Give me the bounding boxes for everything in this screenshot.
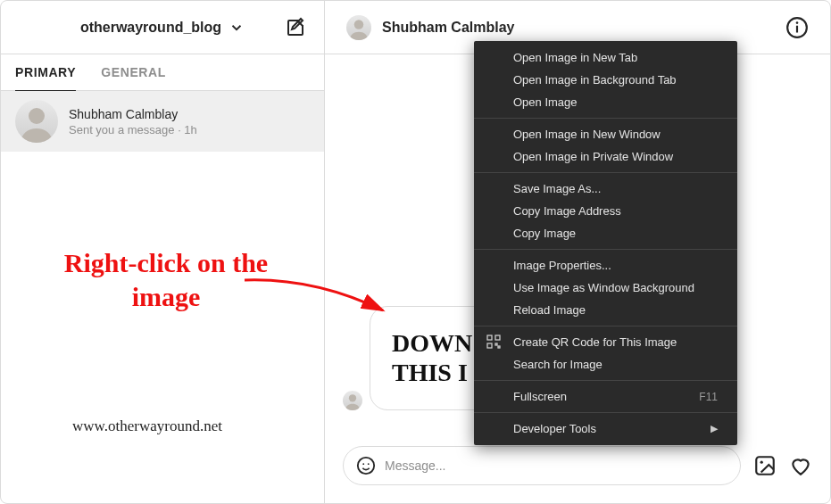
ctx-fullscreen[interactable]: FullscreenF11 [474,385,737,408]
message-row: DOWN THIS I [343,306,494,410]
avatar[interactable] [346,15,371,40]
heart-icon[interactable] [789,454,812,477]
svg-rect-15 [498,346,500,348]
ctx-save-image-as[interactable]: Save Image As... [474,178,737,200]
ctx-reload-image[interactable]: Reload Image [474,299,737,321]
qr-icon [486,335,501,349]
separator [474,118,737,119]
info-icon[interactable] [785,16,809,39]
conversation-contact-name[interactable]: Shubham Calmblay [382,20,514,36]
image-text-line2: THIS I [392,358,472,388]
avatar [343,391,362,410]
message-input-wrap[interactable] [343,446,741,485]
emoji-icon[interactable] [356,456,376,475]
ctx-image-properties[interactable]: Image Properties... [474,254,737,277]
shortcut-label: F11 [699,391,718,403]
separator [474,172,737,173]
ctx-developer-tools[interactable]: Developer Tools▶ [474,417,737,440]
svg-rect-14 [495,343,497,345]
ctx-search-image[interactable]: Search for Image [474,353,737,376]
separator [474,412,737,413]
svg-point-6 [358,458,374,474]
avatar [15,100,58,143]
ctx-create-qr[interactable]: Create QR Code for This Image [474,331,737,353]
svg-point-10 [760,461,763,464]
image-icon[interactable] [753,454,777,477]
svg-point-1 [354,20,364,29]
svg-rect-11 [487,335,492,340]
svg-point-8 [368,463,370,465]
account-switcher[interactable]: otherwayround_blog [80,20,245,36]
image-text-line1: DOWN [392,328,472,359]
ctx-open-bg-tab[interactable]: Open Image in Background Tab [474,69,737,91]
separator [474,380,737,381]
account-name: otherwayround_blog [80,20,221,36]
tab-primary[interactable]: PRIMARY [15,54,76,91]
thread-meta: Shubham Calmblay Sent you a message · 1h [69,107,197,136]
separator [474,326,737,326]
message-input[interactable] [385,459,727,473]
ctx-open-new-tab[interactable]: Open Image in New Tab [474,46,737,69]
context-menu: Open Image in New Tab Open Image in Back… [474,41,737,445]
ctx-window-background[interactable]: Use Image as Window Background [474,277,737,299]
separator [474,249,737,250]
svg-point-5 [349,394,356,401]
ctx-copy-image-address[interactable]: Copy Image Address [474,200,737,222]
inbox-tabs: PRIMARY GENERAL [1,54,324,91]
svg-rect-12 [495,335,500,340]
svg-point-0 [29,108,45,124]
chevron-down-icon [229,20,245,36]
svg-rect-13 [487,343,492,348]
new-message-icon[interactable] [285,17,306,38]
thread-subtitle: Sent you a message · 1h [69,123,197,136]
ctx-open-image[interactable]: Open Image [474,91,737,113]
tab-general[interactable]: GENERAL [101,54,166,90]
ctx-open-private-window[interactable]: Open Image in Private Window [474,145,737,168]
ctx-copy-image[interactable]: Copy Image [474,222,737,244]
conversation-list-item[interactable]: Shubham Calmblay Sent you a message · 1h [1,91,324,152]
sidebar-header: otherwayround_blog [1,1,324,54]
ctx-open-new-window[interactable]: Open Image in New Window [474,123,737,145]
svg-point-7 [362,463,364,465]
thread-name: Shubham Calmblay [69,107,197,121]
svg-point-4 [796,21,799,24]
submenu-arrow-icon: ▶ [711,423,718,434]
sidebar: otherwayround_blog PRIMARY GENERAL Shubh… [1,1,325,503]
